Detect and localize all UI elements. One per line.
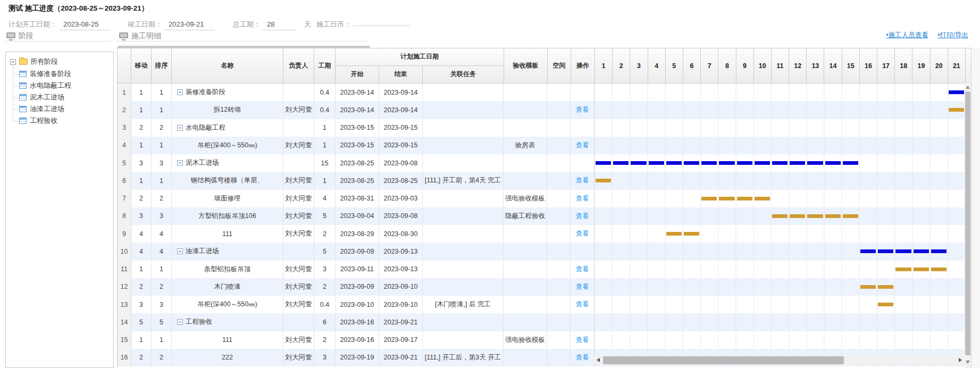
action-cell: 查看 [571,331,594,349]
sidebar-item-工程验收[interactable]: 工程验收 [13,115,113,127]
task-name-label: 水电隐蔽工程 [186,123,225,132]
view-link[interactable]: 查看 [576,300,589,309]
gantt-bar-segment[interactable] [825,161,841,165]
scroll-down-arrow-icon[interactable] [966,361,970,364]
task-name-cell[interactable]: 工程验收 [172,313,283,331]
scroll-right-arrow-icon[interactable] [959,358,962,362]
gantt-bar-segment[interactable] [755,197,770,200]
gantt-bar-segment[interactable] [949,108,964,112]
sidebar-item-泥木工进场[interactable]: 泥木工进场 [13,91,113,103]
view-link[interactable]: 查看 [576,282,589,291]
vertical-scrollbar-thumb[interactable] [965,91,970,355]
collapse-icon[interactable] [177,160,183,166]
gantt-bar-segment[interactable] [772,214,788,218]
gantt-bar-segment[interactable] [737,197,752,200]
gantt-bar-segment[interactable] [790,161,805,165]
gantt-bar-segment[interactable] [790,214,805,218]
task-name-cell[interactable]: 泥木工进场 [172,154,283,172]
gantt-bar-segment[interactable] [931,267,947,271]
gantt-bar-segment[interactable] [914,249,929,253]
order-cell: 1 [152,83,172,101]
gantt-bar-segment[interactable] [949,90,964,94]
space-cell [547,83,571,101]
view-link[interactable]: 查看 [576,265,589,274]
detail-section-header: 施工明细 [119,31,161,41]
gantt-bar-segment[interactable] [666,161,682,165]
gantt-bar-segment[interactable] [737,161,752,165]
gantt-bar-segment[interactable] [843,214,858,218]
gantt-bar-segment[interactable] [755,161,770,165]
gantt-bar-segment[interactable] [807,161,823,165]
view-link[interactable]: 查看 [576,105,589,114]
gantt-bar-segment[interactable] [807,214,823,218]
collapse-icon[interactable] [177,248,183,254]
gantt-bar-segment[interactable] [684,232,699,236]
gantt-bar-segment[interactable] [631,161,646,165]
worker-view-link[interactable]: •施工人员查看 [886,31,928,39]
task-name-cell[interactable]: 装修准备阶段 [172,83,283,101]
gantt-bar-segment[interactable] [843,161,858,165]
gantt-vertical-scrollbar[interactable] [965,83,971,368]
gantt-bar-segment[interactable] [860,285,876,289]
gantt-bar-segment[interactable] [895,267,911,271]
acceptance-template-cell [504,101,547,119]
scroll-left-arrow-icon[interactable] [597,358,600,362]
view-link[interactable]: 查看 [576,194,589,203]
start-date-cell: 2023-08-29 [336,225,379,242]
task-name-cell[interactable]: 水电隐蔽工程 [172,119,283,137]
gantt-bar-segment[interactable] [701,161,717,165]
duration-cell: 2 [314,331,336,349]
start-date-cell: 2023-09-14 [336,83,379,101]
table-icon [19,106,27,112]
gantt-bar-segment[interactable] [772,161,788,165]
gantt-bar-segment[interactable] [914,267,929,271]
gantt-bar-segment[interactable] [825,214,841,218]
gantt-bar-segment[interactable] [596,179,611,182]
gantt-bar-segment[interactable] [684,161,699,165]
view-link[interactable]: 查看 [576,353,589,362]
gantt-bar-segment[interactable] [878,249,893,253]
view-link[interactable]: 查看 [576,141,589,150]
gantt-horizontal-scrollbar[interactable] [594,356,965,365]
sidebar-item-油漆工进场[interactable]: 油漆工进场 [13,103,113,115]
gantt-bar-segment[interactable] [613,161,629,165]
gantt-bar-segment[interactable] [719,161,734,165]
finish-date-input[interactable]: 2023-09-21 [164,19,215,30]
owner-cell [283,242,314,260]
collapse-icon[interactable] [177,125,183,131]
tree-root-all-stages[interactable]: 所有阶段 [10,55,113,68]
print-export-link[interactable]: •打印/导出 [937,31,968,39]
collapse-icon[interactable] [177,319,183,325]
gantt-bar-segment[interactable] [701,197,717,200]
view-link[interactable]: 查看 [576,176,589,185]
view-link[interactable]: 查看 [576,212,589,221]
view-link[interactable]: 查看 [576,229,589,238]
gantt-bar-segment[interactable] [931,249,947,253]
sidebar-item-水电隐蔽工程[interactable]: 水电隐蔽工程 [13,80,113,91]
collapse-icon[interactable] [177,89,183,95]
gantt-bar-segment[interactable] [666,232,682,236]
scroll-up-arrow-icon[interactable] [966,86,970,89]
space-cell [547,137,571,154]
horizontal-scrollbar-thumb[interactable] [603,356,844,364]
collapse-icon[interactable] [10,59,16,65]
gantt-bar-segment[interactable] [719,197,734,200]
move-cell: 1 [131,331,152,349]
table-row: 533泥木工进场152023-08-252023-09-08 [118,154,971,172]
task-name-label: 泥木工进场 [186,158,219,168]
sidebar-item-装修准备阶段[interactable]: 装修准备阶段 [13,68,113,80]
plan-start-input[interactable]: 2023-08-25 [59,19,110,30]
view-link[interactable]: 查看 [576,336,589,345]
gantt-bar-segment[interactable] [878,303,893,306]
right-edge-strip [971,48,980,368]
gantt-bar-segment[interactable] [596,161,611,165]
task-name-cell[interactable]: 油漆工进场 [172,242,283,260]
gantt-bar-segment[interactable] [895,249,911,253]
action-cell [571,119,594,137]
gantt-bar-segment[interactable] [878,285,893,289]
construction-calendar-input[interactable] [353,23,411,26]
table-header: 移动排序名称负责人工期计划施工日期开始结束关联任务验收模板空间操作1234567… [118,48,971,83]
gantt-bar-segment[interactable] [649,161,664,165]
gantt-bar-segment[interactable] [860,249,876,253]
total-duration-input[interactable]: 28 [263,19,297,30]
